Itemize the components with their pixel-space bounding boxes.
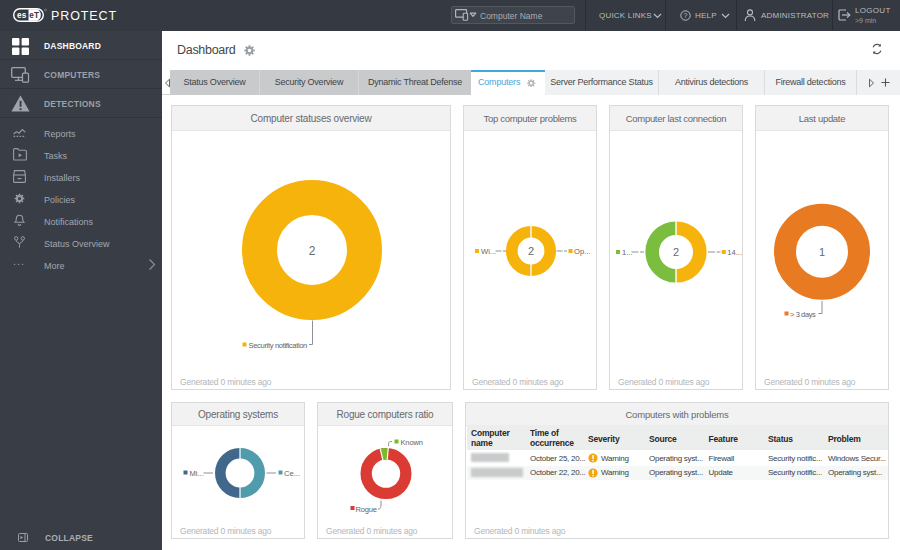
svg-text:?: ? <box>683 12 687 19</box>
svg-text:eT: eT <box>29 11 39 20</box>
svg-text:Mi...: Mi... <box>190 469 204 478</box>
svg-text:1...: 1... <box>622 248 633 257</box>
svg-text:Op...: Op... <box>574 247 590 256</box>
svg-text:Security notification: Security notification <box>249 341 308 350</box>
svg-text:2: 2 <box>528 245 534 257</box>
svg-text:Wi...: Wi... <box>481 247 496 256</box>
svg-text:2: 2 <box>673 246 679 258</box>
svg-text:Ce...: Ce... <box>284 469 300 478</box>
svg-text:14...: 14... <box>727 248 742 257</box>
svg-text:es: es <box>17 11 27 20</box>
svg-text:Rogue: Rogue <box>356 505 377 514</box>
svg-text:> 3 days: > 3 days <box>790 310 816 319</box>
svg-text:1: 1 <box>819 246 825 258</box>
svg-text:2: 2 <box>309 244 316 258</box>
svg-text:Known: Known <box>401 438 423 447</box>
